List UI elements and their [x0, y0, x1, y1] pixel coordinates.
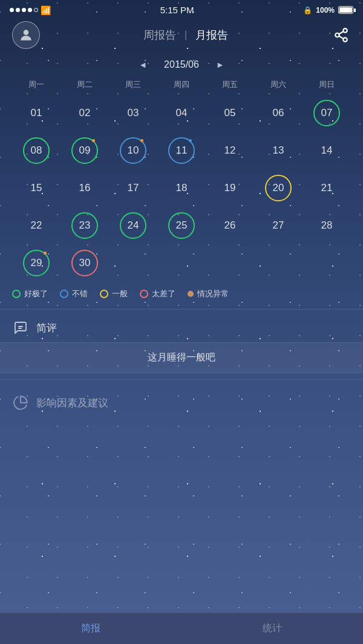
influence-title: 影响因素及建议	[36, 396, 108, 410]
month-nav: ◄ 2015/06 ►	[0, 55, 363, 77]
cal-number: 10	[120, 137, 146, 164]
next-month-button[interactable]: ►	[211, 57, 229, 72]
cal-cell[interactable]: 20	[254, 171, 302, 205]
calendar: 周一 周二 周三 周四 周五 周六 周日 0102030405060708091…	[0, 77, 363, 280]
cal-cell[interactable]: 11	[157, 134, 206, 168]
cal-number: 06	[265, 100, 292, 126]
legend-orange-dot	[188, 291, 194, 297]
tab-stats[interactable]: 统计	[182, 613, 363, 644]
weekday-wed: 周三	[109, 77, 157, 93]
legend-green-circle	[12, 290, 21, 298]
anomaly-dot	[92, 139, 95, 142]
cal-number: 14	[313, 137, 340, 164]
cal-number: 22	[23, 212, 50, 239]
calendar-grid: 0102030405060708091011121314151617181920…	[12, 96, 351, 280]
anomaly-dot	[44, 252, 47, 255]
svg-point-0	[24, 30, 29, 35]
cal-cell[interactable]: 08	[12, 134, 60, 168]
legend-abnormal: 情况异常	[188, 288, 229, 299]
cal-number: 19	[217, 175, 243, 201]
cal-cell[interactable]: 30	[60, 246, 109, 280]
cal-cell[interactable]: 05	[206, 96, 254, 130]
cal-number: 27	[265, 212, 292, 239]
cal-cell[interactable]: 17	[109, 171, 157, 205]
tab-week-report[interactable]: 周报告	[143, 28, 176, 42]
legend-bad: 太差了	[140, 288, 175, 299]
cal-cell[interactable]: 19	[206, 171, 254, 205]
comment-icon	[12, 319, 29, 336]
weekday-sun: 周日	[302, 77, 351, 93]
nav-tabs: 周报告 | 月报告	[143, 28, 228, 42]
share-icon[interactable]	[332, 25, 351, 45]
cal-number: 16	[71, 175, 98, 201]
comment-title: 简评	[36, 321, 57, 335]
avatar[interactable]	[12, 21, 40, 49]
cal-cell[interactable]: 21	[302, 171, 351, 205]
comment-section: 简评	[0, 316, 363, 342]
status-left: 📶	[10, 5, 51, 15]
legend-good: 不错	[60, 288, 88, 299]
cal-cell[interactable]: 29	[12, 246, 60, 280]
cal-cell[interactable]: 26	[206, 209, 254, 242]
cal-number: 25	[168, 212, 195, 239]
top-nav: 周报告 | 月报告	[0, 18, 363, 55]
battery-percent: 100%	[316, 6, 335, 15]
nav-divider: |	[185, 30, 187, 41]
cal-cell[interactable]: 18	[157, 171, 206, 205]
cal-number: 07	[313, 100, 340, 126]
signal-dots	[10, 8, 38, 12]
anomaly-dot	[189, 139, 192, 142]
tab-month-report[interactable]: 月报告	[195, 28, 228, 42]
cal-cell[interactable]: 01	[12, 96, 60, 130]
legend-yellow-circle	[100, 290, 108, 298]
cal-cell[interactable]: 03	[109, 96, 157, 130]
divider-2	[0, 379, 363, 380]
cal-number: 13	[265, 137, 292, 164]
legend-ok-label: 一般	[112, 288, 128, 299]
weekday-fri: 周五	[206, 77, 254, 93]
cal-number: 24	[120, 212, 146, 239]
cal-cell[interactable]: 02	[60, 96, 109, 130]
battery-indicator	[338, 6, 353, 14]
cal-cell[interactable]: 13	[254, 134, 302, 168]
cal-cell[interactable]: 25	[157, 209, 206, 242]
avatar-icon	[18, 27, 34, 43]
cal-cell[interactable]: 28	[302, 209, 351, 242]
influence-icon	[12, 394, 29, 411]
weekday-tue: 周二	[60, 77, 109, 93]
cal-cell[interactable]: 14	[302, 134, 351, 168]
cal-cell[interactable]: 09	[60, 134, 109, 168]
weekday-thu: 周四	[157, 77, 206, 93]
cal-cell[interactable]: 27	[254, 209, 302, 242]
wifi-icon: 📶	[41, 5, 51, 15]
cal-number: 05	[217, 100, 243, 126]
tab-brief[interactable]: 简报	[0, 613, 182, 644]
anomaly-dot	[140, 139, 143, 142]
cal-number: 18	[168, 175, 195, 201]
prev-month-button[interactable]: ◄	[134, 57, 152, 72]
comment-body: 这月睡得一般吧	[0, 342, 363, 373]
cal-cell[interactable]: 07	[302, 96, 351, 130]
cal-cell[interactable]: 24	[109, 209, 157, 242]
cal-cell[interactable]: 15	[12, 171, 60, 205]
cal-number: 04	[168, 100, 195, 126]
influence-section[interactable]: 影响因素及建议	[0, 386, 363, 420]
cal-number: 01	[23, 100, 50, 126]
tab-bar: 简报 统计	[0, 613, 363, 644]
cal-cell[interactable]: 04	[157, 96, 206, 130]
cal-number: 02	[71, 100, 98, 126]
weekday-sat: 周六	[254, 77, 302, 93]
cal-number: 08	[23, 137, 50, 164]
cal-cell[interactable]: 12	[206, 134, 254, 168]
legend-ok: 一般	[100, 288, 128, 299]
cal-cell[interactable]: 10	[109, 134, 157, 168]
legend-good-label: 不错	[72, 288, 88, 299]
cal-cell[interactable]: 22	[12, 209, 60, 242]
cal-number: 17	[120, 175, 146, 201]
cal-cell[interactable]: 23	[60, 209, 109, 242]
lock-icon: 🔒	[303, 6, 312, 15]
cal-cell[interactable]: 06	[254, 96, 302, 130]
status-right: 🔒 100%	[303, 6, 353, 15]
cal-number: 29	[23, 250, 50, 276]
cal-cell[interactable]: 16	[60, 171, 109, 205]
